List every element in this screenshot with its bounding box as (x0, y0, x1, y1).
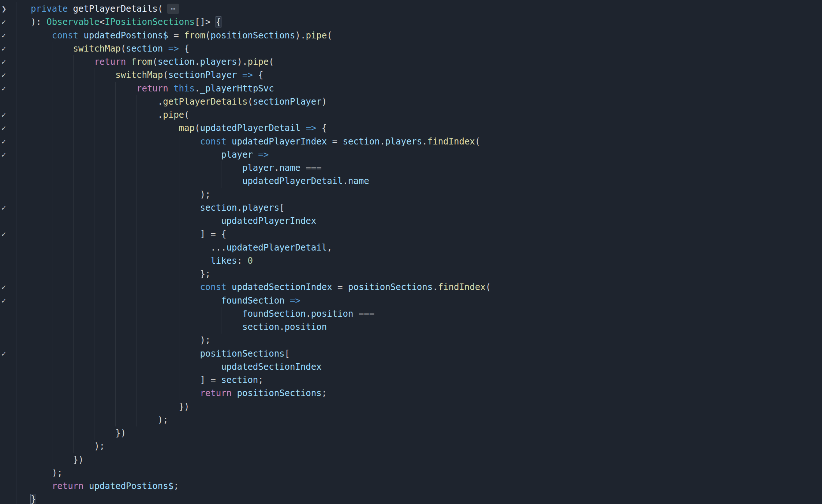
code-line-text[interactable]: ): Observable<IPositionSections[]> { (16, 15, 822, 29)
code-line-text[interactable]: likes: 0 (16, 254, 822, 267)
folded-code-badge[interactable]: ⋯ (167, 4, 179, 14)
indent-guide (115, 373, 116, 387)
code-line-text[interactable]: return positionSections; (16, 387, 822, 400)
code-line-text[interactable]: foundSection.position === (16, 307, 822, 320)
code-line-text[interactable]: }) (16, 400, 822, 413)
code-line[interactable]: }) (0, 400, 822, 413)
code-line[interactable]: ✓): Observable<IPositionSections[]> { (0, 15, 822, 29)
indent-guide (52, 95, 52, 108)
code-line[interactable]: ✓ switchMap(sectionPlayer => { (0, 68, 822, 82)
code-line-text[interactable]: const updatedPostions$ = from(positionSe… (16, 29, 822, 42)
code-line-text[interactable]: ); (16, 466, 822, 479)
code-line[interactable]: ✓ foundSection => (0, 294, 822, 307)
indent-guide (158, 241, 158, 254)
code-token: ). (295, 30, 306, 41)
code-line[interactable]: ✓ const updatedPostions$ = from(position… (0, 29, 822, 42)
code-line[interactable]: } (0, 493, 822, 504)
code-line-text[interactable]: .getPlayerDetails(sectionPlayer) (16, 95, 822, 108)
code-token: => (242, 70, 253, 80)
code-line[interactable]: ...updatedPlayerDetail, (0, 241, 822, 254)
code-line[interactable]: ✓ player => (0, 148, 822, 161)
code-line[interactable]: ✓ map(updatedPlayerDetail => { (0, 121, 822, 135)
code-line[interactable]: ); (0, 466, 822, 479)
code-line-text[interactable]: const updatedPlayerIndex = section.playe… (16, 135, 822, 148)
indent-guide (73, 227, 74, 241)
code-line-text[interactable]: const updatedSectionIndex = positionSect… (16, 281, 822, 294)
code-line-text[interactable]: }) (16, 426, 822, 440)
code-line-text[interactable]: switchMap(section => { (16, 42, 822, 55)
code-line-text[interactable]: return from(section.players).pipe( (16, 55, 822, 68)
indent-guide (158, 360, 158, 373)
code-line[interactable]: player.name === (0, 161, 822, 174)
code-line[interactable]: ✓ const updatedSectionIndex = positionSe… (0, 281, 822, 294)
gutter (0, 241, 16, 254)
code-line-text[interactable]: updatedSectionIndex (16, 360, 822, 373)
code-line-text[interactable]: ); (16, 440, 822, 453)
code-line-text[interactable]: updatedPlayerDetail.name (16, 174, 822, 188)
code-line[interactable]: ] = section; (0, 373, 822, 387)
code-line-text[interactable]: } (16, 493, 822, 504)
indent-guide (94, 413, 94, 426)
code-line-text[interactable]: ); (16, 188, 822, 201)
code-line-text[interactable]: positionSections[ (16, 347, 822, 360)
code-line[interactable]: updatedPlayerDetail.name (0, 174, 822, 188)
code-line[interactable]: .getPlayerDetails(sectionPlayer) (0, 95, 822, 108)
code-line[interactable]: return positionSections; (0, 387, 822, 400)
code-line[interactable]: return updatedPostions$; (0, 479, 822, 493)
indent-guide (73, 347, 74, 360)
code-token: players (242, 203, 279, 213)
code-line[interactable]: foundSection.position === (0, 307, 822, 320)
code-line[interactable]: }) (0, 426, 822, 440)
code-line-text[interactable]: foundSection => (16, 294, 822, 307)
code-line[interactable]: section.position (0, 320, 822, 334)
code-line-text[interactable]: return this._playerHttpSvc (16, 82, 822, 95)
code-line[interactable]: ); (0, 440, 822, 453)
code-line-text[interactable]: section.players[ (16, 201, 822, 214)
code-line-text[interactable]: ] = section; (16, 373, 822, 387)
code-line[interactable]: ✓ section.players[ (0, 201, 822, 214)
code-line[interactable]: ❯private getPlayerDetails(⋯ (0, 2, 822, 15)
indent-guide (200, 360, 200, 373)
code-token: map (179, 123, 195, 133)
code-line-text[interactable]: }) (16, 453, 822, 466)
code-line[interactable]: ✓ return from(section.players).pipe( (0, 55, 822, 68)
code-line-text[interactable]: switchMap(sectionPlayer => { (16, 68, 822, 82)
code-line[interactable]: updatedSectionIndex (0, 360, 822, 373)
code-line-text[interactable]: .pipe( (16, 108, 822, 121)
code-line-text[interactable]: return updatedPostions$; (16, 479, 822, 493)
code-line-text[interactable]: map(updatedPlayerDetail => { (16, 121, 822, 135)
code-line[interactable]: }) (0, 453, 822, 466)
indent-guide (115, 214, 116, 227)
code-lines: ❯private getPlayerDetails(⋯✓): Observabl… (0, 2, 822, 504)
code-line[interactable]: ✓ positionSections[ (0, 347, 822, 360)
code-line[interactable]: ✓ const updatedPlayerIndex = section.pla… (0, 135, 822, 148)
code-line[interactable]: updatedPlayerIndex (0, 214, 822, 227)
code-line-text[interactable]: ...updatedPlayerDetail, (16, 241, 822, 254)
code-line-text[interactable]: updatedPlayerIndex (16, 214, 822, 227)
code-token: section (221, 375, 258, 385)
code-line[interactable]: ✓ .pipe( (0, 108, 822, 121)
code-token: player (242, 163, 274, 173)
code-line[interactable]: ✓ switchMap(section => { (0, 42, 822, 55)
indent-guide (158, 400, 158, 413)
code-line-text[interactable]: }; (16, 267, 822, 281)
code-line[interactable]: }; (0, 267, 822, 281)
code-line-text[interactable]: section.position (16, 320, 822, 334)
code-line-text[interactable]: ] = { (16, 227, 822, 241)
code-line-text[interactable]: ); (16, 334, 822, 347)
code-token (227, 136, 232, 147)
code-line[interactable]: ); (0, 413, 822, 426)
gutter-check-icon: ✓ (0, 294, 16, 307)
code-line[interactable]: likes: 0 (0, 254, 822, 267)
code-line-text[interactable]: player.name === (16, 161, 822, 174)
fold-chevron-icon[interactable]: ❯ (0, 2, 16, 15)
indent-guide (179, 174, 179, 188)
code-token: return (52, 481, 84, 491)
code-line[interactable]: ); (0, 334, 822, 347)
code-line-text[interactable]: ); (16, 413, 822, 426)
code-line-text[interactable]: private getPlayerDetails(⋯ (16, 2, 822, 15)
code-line[interactable]: ✓ return this._playerHttpSvc (0, 82, 822, 95)
code-line[interactable]: ✓ ] = { (0, 227, 822, 241)
code-line-text[interactable]: player => (16, 148, 822, 161)
code-line[interactable]: ); (0, 188, 822, 201)
